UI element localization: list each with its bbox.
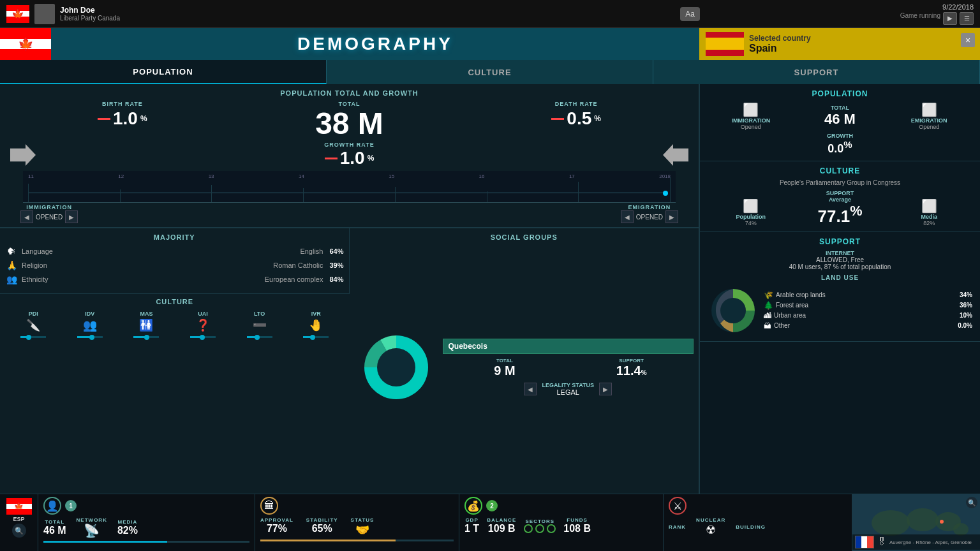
right-emigration-status: Opened	[886, 124, 972, 130]
close-button[interactable]: ×	[961, 33, 975, 47]
culture-mas: MAS 🚻	[127, 311, 165, 338]
map-notification: 🎖 Auvergne - Rhône - Alpes, Grenoble	[852, 534, 980, 550]
mini-map: 🎖 Auvergne - Rhône - Alpes, Grenoble 🔍	[852, 494, 980, 551]
donut-row: Quebecois TOTAL 9 M SUPPORT 11.4%	[355, 246, 694, 489]
right-total-label: TOTAL	[797, 105, 884, 111]
bottom-gov-header: 🏛	[260, 497, 454, 515]
aa-button[interactable]: Aa	[680, 7, 700, 21]
idv-bar	[77, 336, 103, 338]
right-growth-row: GROWTH 0.0%	[708, 133, 972, 156]
growth-rate-row: GROWTH RATE 1.0 %	[10, 139, 688, 171]
approval-label: APPROVAL	[260, 517, 293, 523]
menu-btn[interactable]: ☰	[960, 12, 974, 25]
right-internet: INTERNET ALLOWED, Free 40 M users, 87 % …	[708, 250, 972, 270]
bottom-search-mini[interactable]: 🔍	[966, 497, 977, 508]
right-total-value: 46 M	[797, 111, 884, 128]
main-header: DEMOGRAPHY Selected country Spain ×	[0, 28, 980, 60]
death-rate-value: 0.5 %	[464, 108, 688, 129]
status-label: STATUS	[351, 517, 375, 523]
social-stats: TOTAL 9 M SUPPORT 11.4%	[443, 358, 694, 378]
spain-flag	[706, 32, 744, 56]
bottom-pop-progress	[43, 541, 249, 543]
social-total-value: 9 M	[443, 364, 567, 378]
religion-icon: 🙏	[5, 260, 18, 270]
death-rate-label: DEATH RATE	[464, 101, 688, 107]
growth-rate-value: 1.0 %	[41, 148, 658, 168]
sector-dot-2	[535, 524, 544, 533]
legality-value: LEGAL	[542, 388, 594, 396]
majority-panel: MAJORITY 🗣 Language English 64% 🙏 Religi…	[0, 228, 350, 293]
bottom-country-code: ESP	[13, 516, 24, 522]
sector-dot-1	[524, 524, 533, 533]
land-donut-svg	[708, 285, 759, 336]
tab-support[interactable]: SUPPORT	[653, 60, 980, 84]
social-group-info: Quebecois TOTAL 9 M SUPPORT 11.4%	[443, 339, 694, 396]
pop-total-grid: BIRTH RATE 1.0 % TOTAL 38 M DEATH RATE	[10, 101, 688, 139]
bottom-search-btn[interactable]: 🔍	[12, 524, 26, 538]
land-item-arable: 🌾 Arable crop lands 34%	[764, 291, 972, 300]
svg-point-5	[872, 510, 910, 536]
chart-year-labels: 11 12 13 14 15 16 17 2018	[28, 173, 671, 179]
right-growth-label: GROWTH	[708, 133, 972, 139]
bottom-approval: APPROVAL 77%	[260, 517, 293, 537]
legality-row: ◀ LEGALITY STATUS LEGAL ▶	[443, 382, 694, 396]
right-support-title: SUPPORT	[708, 237, 972, 246]
legality-prev-btn[interactable]: ◀	[524, 383, 537, 395]
culture-ivr: IVR 🤚	[297, 311, 335, 338]
bottom-military-header: ⚔	[669, 497, 847, 515]
majority-row-language: 🗣 Language English 64%	[5, 246, 344, 256]
funds-value: 108 B	[563, 523, 591, 534]
pdi-icon: 🔪	[26, 318, 40, 332]
total-value: 38 M	[237, 108, 462, 139]
play-btn[interactable]: ▶	[943, 12, 957, 25]
selected-country-label: Selected country	[749, 34, 811, 43]
social-group-name: Quebecois	[443, 339, 694, 354]
top-bar: John Doe Liberal Party Canada Aa 9/22/20…	[0, 0, 980, 28]
arrow-left-icon	[663, 144, 688, 166]
majority-val-religion: Roman Catholic	[273, 261, 323, 269]
svg-point-8	[953, 523, 969, 536]
bottom-balance: BALANCE 109 B	[487, 517, 516, 534]
land-donut-chart	[708, 285, 759, 336]
mas-icon: 🚻	[139, 318, 153, 332]
emigration-prev-btn[interactable]: ◀	[621, 210, 634, 223]
land-item-other: 🏔 Other 0.0%	[764, 321, 972, 330]
balance-label: BALANCE	[487, 517, 516, 523]
bottom-econ-icon: 💰	[464, 497, 482, 515]
bottom-econ-badge: 2	[486, 500, 498, 511]
uai-bar	[190, 336, 216, 338]
majority-key-language: Language	[22, 247, 296, 255]
bottom-network-label: NETWORK	[77, 517, 107, 523]
bottom-pop-stats: TOTAL 46 M NETWORK 📡 MEDIA 82%	[43, 517, 249, 538]
tab-culture[interactable]: CULTURE	[327, 60, 653, 84]
legality-next-btn[interactable]: ▶	[599, 383, 612, 395]
bottom-gov-section: 🏛 APPROVAL 77% STABILITY 65% STATUS 🤝	[255, 494, 459, 551]
land-item-urban: 🏙 Urban area 10%	[764, 311, 972, 320]
right-land-row: 🌾 Arable crop lands 34% 🌲 Forest area 36…	[708, 285, 972, 336]
bottom-gov-progress	[260, 540, 454, 541]
growth-chart: 11 12 13 14 15 16 17 2018	[23, 171, 676, 203]
majority-key-ethnicity: Ethnicity	[22, 276, 261, 283]
balance-value: 109 B	[488, 523, 516, 534]
funds-label: FUNDS	[567, 517, 588, 523]
majority-pct-language: 64%	[329, 247, 343, 255]
immigration-next-btn[interactable]: ▶	[65, 210, 78, 223]
selected-country-panel: Selected country Spain ×	[699, 28, 980, 60]
pop-section-title: POPULATION TOTAL AND GROWTH	[10, 89, 688, 97]
culture-title: CULTURE	[5, 298, 345, 305]
bottom-media-label: MEDIA	[118, 519, 138, 525]
bottom-total-value: 46 M	[43, 525, 66, 536]
immigration-prev-btn[interactable]: ◀	[20, 210, 33, 223]
ivr-bar	[303, 336, 329, 338]
emigration-arrow-icon: ⬜	[886, 102, 972, 117]
stability-label: STABILITY	[306, 517, 338, 523]
bottom-bar: ESP 🔍 👤 1 TOTAL 46 M NETWORK 📡 MEDIA 82%	[0, 494, 980, 551]
tab-population[interactable]: POPULATION	[0, 60, 327, 84]
bottom-pop-total: TOTAL 46 M	[43, 519, 66, 536]
majority-row-ethnicity: 👥 Ethnicity European complex 84%	[5, 274, 344, 284]
emigration-next-btn[interactable]: ▶	[665, 210, 678, 223]
bottom-military-stats: RANK NUCLEAR ☢ BUILDING	[669, 517, 847, 537]
selected-country-name: Spain	[749, 43, 811, 54]
bottom-canada-flag	[6, 498, 32, 515]
building-label: BUILDING	[736, 524, 766, 530]
